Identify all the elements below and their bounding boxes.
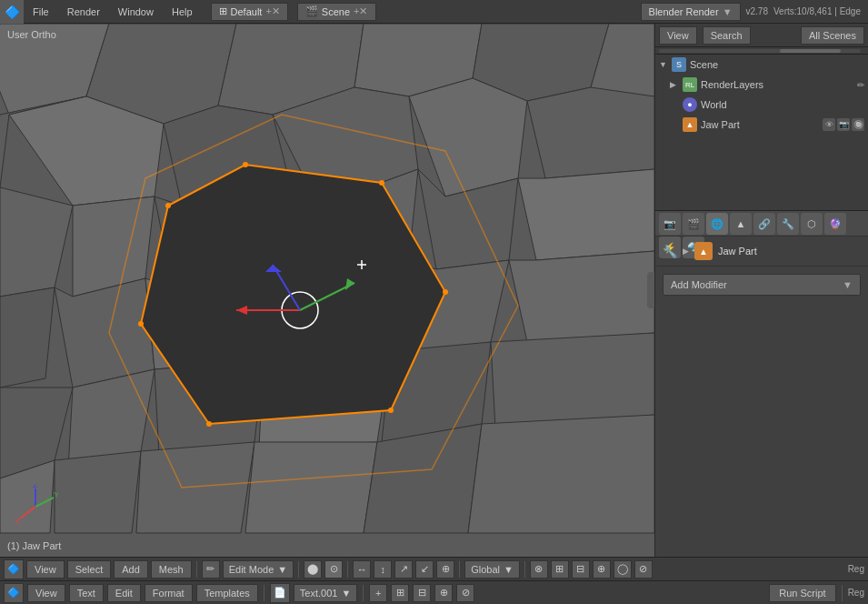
prop-object-icon: ▲ [694, 242, 713, 260]
text-icon2[interactable]: ⊞ [391, 584, 409, 602]
add-modifier-button[interactable]: Add Modifier ▼ [663, 274, 861, 296]
cross-icon: +✕ [265, 5, 279, 17]
stats-label: Verts:10/8,461 | Edge [773, 6, 861, 16]
viewport-label: User Ortho [7, 29, 56, 40]
bt-mode-icon[interactable]: ✏ [202, 560, 220, 579]
text-edit-btn[interactable]: Edit [107, 584, 141, 602]
menu-file[interactable]: File [24, 0, 58, 24]
bt-solid-shade[interactable]: ⬤ [304, 560, 322, 579]
bt-select-btn[interactable]: Select [67, 560, 112, 579]
mesh-canvas [0, 24, 654, 557]
tree-arrow-renderlayers: ▶ [670, 80, 679, 89]
text-name-dropdown[interactable]: Text.001 ▼ [294, 584, 357, 602]
run-script-button[interactable]: Run Script [769, 584, 835, 602]
cross-icon2: +✕ [354, 5, 367, 17]
prop-icon-scene[interactable]: 🎬 [683, 213, 704, 235]
text-icon1[interactable]: + [369, 584, 387, 602]
bt-add-btn[interactable]: Add [114, 560, 148, 579]
divider4 [459, 561, 460, 578]
scene-label: Scene [690, 59, 864, 70]
prop-icon-bar: 📷 🎬 🌐 ▲ 🔗 🔧 ⬡ 🔮 ⚡ 🔩 [655, 211, 868, 237]
outliner-item-jawpart[interactable]: ▲ Jaw Part 👁 📷 🔘 [655, 115, 868, 135]
svg-text:Z: Z [33, 484, 38, 489]
viewport-right-handle[interactable] [647, 272, 654, 308]
text-blender-icon[interactable]: 🔷 [4, 583, 24, 603]
global-arrow: ▼ [504, 564, 514, 575]
svg-text:X: X [15, 517, 20, 526]
viewport-status: (1) Jaw Part [7, 540, 61, 551]
bt-blender-icon[interactable]: 🔷 [4, 559, 24, 579]
prop-icon-world[interactable]: 🌐 [706, 213, 728, 235]
bt-extra5[interactable]: ◯ [614, 560, 632, 579]
properties-panel: 📷 🎬 🌐 ▲ 🔗 🔧 ⬡ 🔮 ⚡ 🔩 🔧 ▶ ▲ Jaw Part A [655, 211, 868, 557]
bt-extra1[interactable]: ⊗ [530, 560, 548, 579]
bt-tool4[interactable]: ↙ [415, 560, 434, 579]
outliner-item-scene[interactable]: ▼ S Scene [655, 55, 868, 75]
jawpart-render-btn[interactable]: 🔘 [852, 118, 864, 131]
text-icon5[interactable]: ⊘ [456, 584, 474, 602]
prop-icon-data[interactable]: ⬡ [801, 213, 823, 235]
divider3 [347, 561, 348, 578]
version-info: v2.78 Verts:10/8,461 | Edge [746, 6, 868, 16]
text-divider3 [842, 585, 843, 601]
outliner-panel: ▼ S Scene ▶ RL RenderLayers ✏ ● World ▲ [655, 47, 868, 211]
text-format-btn[interactable]: Format [145, 584, 193, 602]
render-engine-dropdown[interactable]: Blender Render ▼ [641, 3, 741, 21]
prop-icon-object[interactable]: ▲ [730, 213, 752, 235]
prop-icon-constraints[interactable]: 🔗 [753, 213, 775, 235]
outliner-allscenes-btn[interactable]: All Scenes [801, 26, 864, 45]
layout-label: Default [231, 6, 263, 17]
menu-render[interactable]: Render [58, 0, 109, 24]
global-dropdown[interactable]: Global ▼ [464, 560, 520, 579]
jawpart-eye-btn[interactable]: 👁 [823, 118, 835, 131]
text-templates-btn[interactable]: Templates [196, 584, 258, 602]
text-icon3[interactable]: ⊟ [413, 584, 431, 602]
prop-arrow: ▶ [683, 247, 689, 256]
edit-mode-dropdown[interactable]: Edit Mode ▼ [223, 560, 294, 579]
edit-mode-arrow: ▼ [277, 564, 287, 575]
divider5 [524, 561, 525, 578]
scene-label: Scene [322, 6, 350, 17]
bt-extra3[interactable]: ⊟ [572, 560, 590, 579]
layout-dropdown[interactable]: ⊞ Default +✕ [211, 3, 288, 21]
menu-window[interactable]: Window [109, 0, 163, 24]
bt-wire-shade[interactable]: ⊙ [324, 560, 343, 579]
text-reg-label: Reg [848, 588, 864, 598]
bt-reg-label: Reg [848, 564, 864, 574]
text-text-btn[interactable]: Text [69, 584, 104, 602]
prop-icon-render[interactable]: 📷 [659, 213, 681, 235]
renderlayers-edit-icon[interactable]: ✏ [857, 80, 864, 90]
menu-help[interactable]: Help [163, 0, 202, 24]
outliner-item-world[interactable]: ● World [655, 95, 868, 115]
bt-extra6[interactable]: ⊘ [634, 560, 653, 579]
menu-items: File Render Window Help [24, 0, 202, 24]
grid-icon: ⊞ [219, 5, 227, 17]
outliner-item-renderlayers[interactable]: ▶ RL RenderLayers ✏ [655, 75, 868, 95]
bt-tool2[interactable]: ↕ [374, 560, 392, 579]
text-icon4[interactable]: ⊕ [434, 584, 453, 602]
render-engine-label: Blender Render [649, 6, 719, 17]
svg-line-4 [20, 507, 35, 518]
camera-icon: 🎬 [305, 5, 318, 17]
prop-icon-materials[interactable]: 🔮 [824, 213, 846, 235]
bt-tool3[interactable]: ↗ [394, 560, 413, 579]
bt-tool1[interactable]: ↔ [353, 560, 371, 579]
axis-indicator: Z Y X [13, 484, 58, 529]
jawpart-cam-btn[interactable]: 📷 [837, 118, 850, 131]
bt-view-btn[interactable]: View [26, 560, 65, 579]
bt-extra4[interactable]: ⊕ [593, 560, 611, 579]
3d-viewport[interactable]: User Ortho Z Y X (1) Jaw Part [0, 24, 654, 557]
scene-dropdown[interactable]: 🎬 Scene +✕ [297, 3, 376, 21]
dropdown-arrow: ▼ [723, 6, 733, 17]
outliner-search-btn[interactable]: Search [703, 26, 751, 45]
text-divider2 [363, 585, 364, 601]
text-view-btn[interactable]: View [27, 584, 65, 602]
bt-tool5[interactable]: ⊕ [436, 560, 454, 579]
outliner-view-btn[interactable]: View [659, 26, 697, 45]
text-file-icon[interactable]: 📄 [270, 583, 290, 603]
bt-extra2[interactable]: ⊞ [551, 560, 569, 579]
prop-icon-modifiers[interactable]: 🔧 [777, 213, 799, 235]
divider1 [196, 561, 197, 578]
bt-mesh-btn[interactable]: Mesh [151, 560, 192, 579]
right-panel: View Search All Scenes ▼ S Scene ▶ RL Re… [654, 24, 868, 557]
